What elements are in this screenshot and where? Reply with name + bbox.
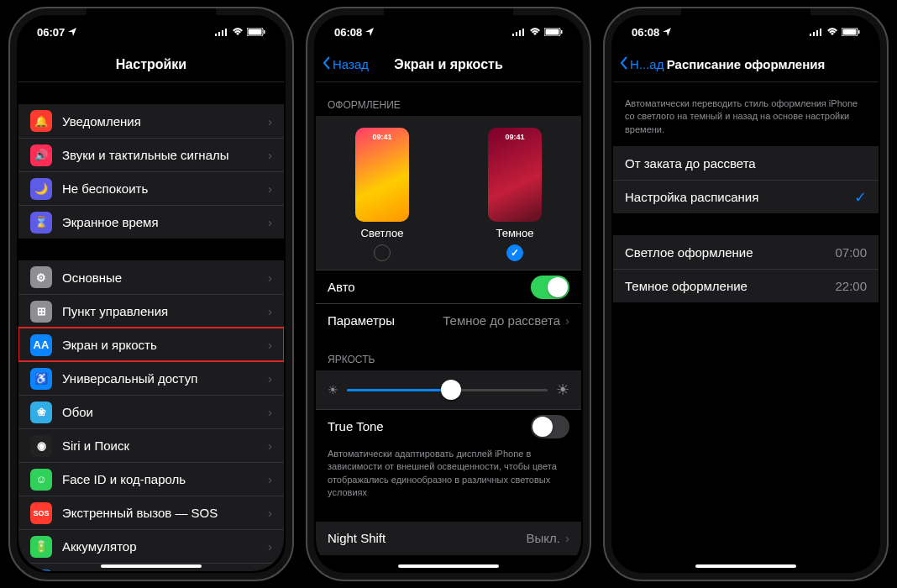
schedule-options-group: От заката до рассвета Настройка расписан… (613, 146, 879, 213)
truetone-label: True Tone (328, 419, 531, 433)
display-content[interactable]: ОФОРМЛЕНИЕ 09:41 Светлое 09:41 Темное Ав… (316, 82, 581, 571)
home-indicator[interactable] (695, 564, 796, 568)
sunset-option-row[interactable]: От заката до рассвета (613, 146, 879, 180)
settings-row[interactable]: 🔊Звуки и тактильные сигналы› (18, 138, 284, 171)
custom-label: Настройка расписания (625, 190, 854, 204)
row-label: Face ID и код-пароль (62, 472, 268, 486)
status-time: 06:08 (334, 26, 362, 39)
row-icon: 🔋 (30, 536, 52, 558)
screen-settings: 06:07 Настройки 🔔Уведомления›🔊Звуки и та… (18, 17, 284, 571)
chevron-right-icon: › (268, 304, 272, 318)
checkmark-icon: ✓ (854, 188, 867, 207)
chevron-right-icon: › (268, 270, 272, 285)
svg-rect-7 (512, 34, 514, 36)
home-indicator[interactable] (398, 564, 499, 568)
appearance-dark-option[interactable]: 09:41 Темное (488, 128, 542, 261)
chevron-right-icon: › (268, 371, 272, 386)
row-icon: ☺ (30, 469, 52, 491)
wifi-icon (826, 26, 838, 39)
settings-content[interactable]: 🔔Уведомления›🔊Звуки и тактильные сигналы… (18, 82, 284, 571)
settings-row[interactable]: ⊞Пункт управления› (18, 294, 284, 328)
dark-label: Темное (496, 227, 533, 239)
location-icon (68, 26, 76, 39)
row-label: Уведомления (62, 114, 268, 129)
chevron-right-icon: › (268, 148, 272, 162)
row-icon: ⌛ (30, 212, 52, 234)
chevron-right-icon: › (268, 215, 272, 229)
signal-icon (215, 26, 228, 39)
settings-row[interactable]: AAЭкран и яркость› (18, 328, 284, 361)
svg-rect-9 (519, 30, 521, 36)
row-icon: ⊞ (30, 301, 52, 323)
nav-title: Экран и яркость (394, 57, 503, 72)
appearance-light-option[interactable]: 09:41 Светлое (355, 128, 409, 261)
row-icon: ⚙ (30, 266, 52, 288)
row-label: Универсальный доступ (62, 371, 268, 386)
back-label: Н...ад (630, 57, 664, 71)
section-appearance: ОФОРМЛЕНИЕ (316, 82, 581, 116)
settings-row[interactable]: ⚙Основные› (18, 260, 284, 294)
svg-rect-1 (218, 32, 220, 36)
light-preview: 09:41 (355, 128, 409, 222)
wifi-icon (232, 26, 244, 39)
nav-bar: Назад Экран и яркость (316, 47, 581, 82)
light-time-value: 07:00 (835, 245, 867, 260)
row-label: Аккумулятор (62, 539, 268, 554)
svg-rect-5 (249, 29, 262, 34)
nav-bar: Настройки (18, 47, 284, 82)
options-row[interactable]: Параметры Темное до рассвета › (316, 303, 581, 337)
settings-row[interactable]: 🌙Не беспокоить› (18, 171, 284, 205)
settings-row[interactable]: SOSЭкстренный вызов — SOS› (18, 496, 284, 529)
dark-time-row[interactable]: Темное оформление 22:00 (613, 269, 879, 302)
truetone-toggle[interactable] (531, 415, 569, 438)
home-indicator[interactable] (101, 564, 202, 568)
nightshift-label: Night Shift (328, 531, 527, 545)
settings-row[interactable]: ◉Siri и Поиск› (18, 428, 284, 462)
nav-title: Расписание оформления (667, 57, 825, 71)
brightness-slider[interactable] (347, 389, 548, 391)
svg-rect-19 (843, 29, 857, 34)
row-icon: SOS (30, 502, 52, 524)
screen-schedule: 06:08 Н...ад Расписание оформления Автом… (613, 17, 879, 571)
svg-rect-13 (561, 30, 563, 34)
svg-rect-14 (810, 34, 811, 36)
phone-settings: 06:07 Настройки 🔔Уведомления›🔊Звуки и та… (8, 7, 294, 581)
battery-icon (544, 26, 563, 39)
nightshift-row[interactable]: Night Shift Выкл. › (316, 522, 581, 555)
svg-rect-16 (816, 30, 818, 36)
chevron-right-icon: › (268, 506, 272, 520)
custom-option-row[interactable]: Настройка расписания ✓ (613, 180, 879, 213)
nav-title: Настройки (116, 57, 186, 72)
settings-row[interactable]: ☺Face ID и код-пароль› (18, 462, 284, 496)
settings-row[interactable]: ♿Универсальный доступ› (18, 361, 284, 395)
dark-time-label: Темное оформление (625, 279, 835, 293)
row-icon: ✋ (30, 570, 52, 572)
settings-row[interactable]: ⌛Экранное время› (18, 205, 284, 239)
brightness-high-icon: ☀︎ (556, 381, 569, 399)
settings-row[interactable]: 🔔Уведомления› (18, 104, 284, 138)
schedule-content[interactable]: Автоматически переводить стиль оформлени… (613, 82, 879, 571)
settings-row[interactable]: ❀Обои› (18, 395, 284, 428)
appearance-picker: 09:41 Светлое 09:41 Темное (316, 116, 581, 270)
back-label: Назад (333, 57, 369, 71)
row-icon: AA (30, 334, 52, 356)
battery-icon (247, 26, 265, 39)
row-icon: ♿ (30, 368, 52, 390)
row-label: Экранное время (62, 215, 268, 229)
row-label: Пункт управления (62, 304, 268, 318)
auto-toggle[interactable] (531, 276, 569, 299)
chevron-right-icon: › (268, 472, 272, 486)
row-label: Экстренный вызов — SOS (62, 506, 268, 520)
svg-rect-12 (546, 29, 559, 34)
svg-rect-8 (516, 32, 517, 36)
chevron-right-icon: › (565, 313, 569, 328)
light-radio[interactable] (374, 244, 391, 261)
svg-rect-3 (225, 29, 227, 36)
back-button[interactable]: Назад (323, 56, 369, 72)
svg-rect-6 (264, 30, 265, 34)
dark-radio[interactable] (506, 244, 523, 261)
light-time-row[interactable]: Светлое оформление 07:00 (613, 235, 879, 269)
settings-row[interactable]: 🔋Аккумулятор› (18, 529, 284, 563)
back-button[interactable]: Н...ад (620, 56, 664, 72)
sunset-label: От заката до рассвета (625, 156, 867, 171)
